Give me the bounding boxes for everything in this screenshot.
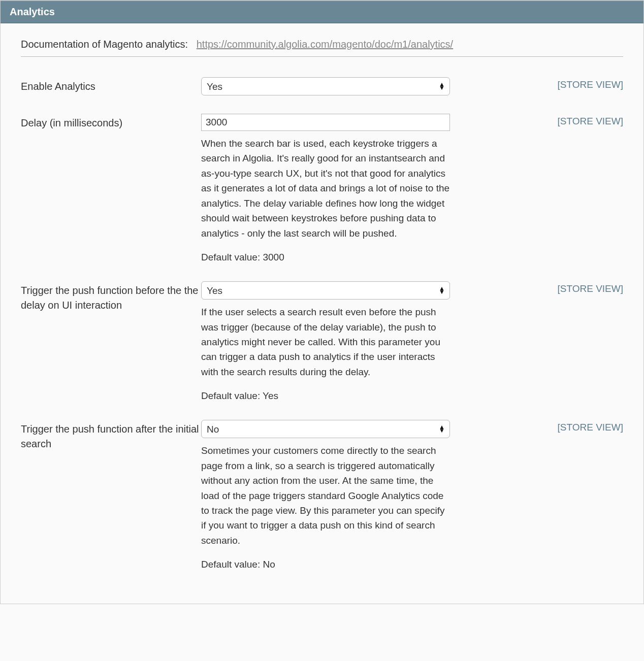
field-row-trigger-before: Trigger the push function before the the… <box>21 281 623 402</box>
scope-label: [STORE VIEW] <box>450 420 623 433</box>
trigger-before-help: If the user selects a search result even… <box>201 305 450 379</box>
enable-analytics-label: Enable Analytics <box>21 77 201 94</box>
delay-default: Default value: 3000 <box>201 252 450 263</box>
documentation-label: Documentation of Magento analytics: <box>21 39 188 50</box>
documentation-link[interactable]: https://community.algolia.com/magento/do… <box>197 39 453 50</box>
panel-title[interactable]: Analytics <box>1 1 643 23</box>
field-row-enable-analytics: Enable Analytics Yes ▲▼ [STORE VIEW] <box>21 77 623 95</box>
enable-analytics-select[interactable]: Yes <box>201 77 450 95</box>
trigger-before-select[interactable]: Yes <box>201 281 450 300</box>
trigger-before-control: Yes ▲▼ If the user selects a search resu… <box>201 281 450 402</box>
trigger-before-default: Default value: Yes <box>201 390 450 402</box>
delay-control: When the search bar is used, each keystr… <box>201 114 450 263</box>
trigger-after-default: Default value: No <box>201 559 450 570</box>
scope-label: [STORE VIEW] <box>450 114 623 127</box>
scope-label: [STORE VIEW] <box>450 77 623 90</box>
field-row-trigger-after: Trigger the push function after the init… <box>21 420 623 570</box>
trigger-after-select[interactable]: No <box>201 420 450 438</box>
panel-body: Documentation of Magento analytics: http… <box>1 23 643 604</box>
select-wrapper: Yes ▲▼ <box>201 77 450 95</box>
analytics-panel: Analytics Documentation of Magento analy… <box>0 0 644 604</box>
trigger-after-help: Sometimes your customers come directly t… <box>201 443 450 548</box>
trigger-after-label: Trigger the push function after the init… <box>21 420 201 451</box>
enable-analytics-control: Yes ▲▼ <box>201 77 450 95</box>
delay-input[interactable] <box>201 114 450 131</box>
field-row-delay: Delay (in milliseconds) When the search … <box>21 114 623 263</box>
documentation-row: Documentation of Magento analytics: http… <box>21 39 623 57</box>
scope-label: [STORE VIEW] <box>450 281 623 294</box>
select-wrapper: Yes ▲▼ <box>201 281 450 300</box>
delay-help: When the search bar is used, each keystr… <box>201 136 450 241</box>
select-wrapper: No ▲▼ <box>201 420 450 438</box>
trigger-after-control: No ▲▼ Sometimes your customers come dire… <box>201 420 450 570</box>
delay-label: Delay (in milliseconds) <box>21 114 201 130</box>
trigger-before-label: Trigger the push function before the the… <box>21 281 201 313</box>
